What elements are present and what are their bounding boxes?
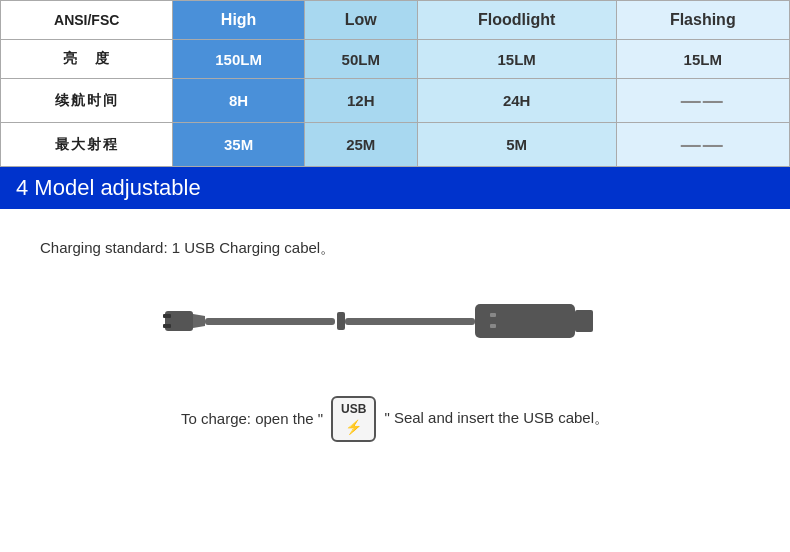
svg-rect-3 [337,312,345,330]
cell-brightness-high: 150LM [173,40,304,79]
cell-battery-flash: —— [616,79,789,123]
row-label-brightness: 亮 度 [1,40,173,79]
table-row: 续航时间 8H 12H 24H —— [1,79,790,123]
row-label-battery: 续航时间 [1,79,173,123]
cell-brightness-flash: 15LM [616,40,789,79]
col-header-low: Low [304,1,417,40]
usb-cable-illustration [40,276,750,366]
charging-text: Charging standard: 1 USB Charging cabel。 [40,239,750,258]
cell-range-flood: 5M [417,123,616,167]
svg-rect-4 [345,318,475,325]
col-header-ansi: ANSI/FSC [1,1,173,40]
svg-rect-2 [205,318,335,325]
specs-table: ANSI/FSC High Low Floodlight Flashing 亮 … [0,0,790,167]
svg-rect-5 [475,304,575,338]
table-row: 最大射程 35M 25M 5M —— [1,123,790,167]
col-header-high: High [173,1,304,40]
specs-table-container: ANSI/FSC High Low Floodlight Flashing 亮 … [0,0,790,167]
bottom-instructions: To charge: open the " USB ⚡ " Seal and i… [40,396,750,452]
usb-badge: USB ⚡ [331,396,376,442]
svg-marker-1 [193,314,205,328]
usb-cable-svg [145,276,645,366]
bottom-text-prefix: To charge: open the " [181,410,323,427]
col-header-flash: Flashing [616,1,789,40]
cell-battery-flood: 24H [417,79,616,123]
col-header-flood: Floodlight [417,1,616,40]
cell-brightness-flood: 15LM [417,40,616,79]
svg-rect-9 [163,314,171,318]
table-row: 亮 度 150LM 50LM 15LM 15LM [1,40,790,79]
cell-range-high: 35M [173,123,304,167]
cell-range-low: 25M [304,123,417,167]
cell-brightness-low: 50LM [304,40,417,79]
content-section: Charging standard: 1 USB Charging cabel。 [0,209,790,462]
cell-range-flash: —— [616,123,789,167]
row-label-range: 最大射程 [1,123,173,167]
svg-rect-10 [163,324,171,328]
model-banner-text: 4 Model adjustable [16,175,201,200]
usb-symbol-icon: ⚡ [345,418,362,436]
svg-rect-6 [575,310,593,332]
bottom-text-suffix: " Seal and insert the USB cabel。 [384,409,609,428]
cell-battery-high: 8H [173,79,304,123]
svg-rect-7 [490,313,496,317]
svg-rect-8 [490,324,496,328]
model-banner: 4 Model adjustable [0,167,790,209]
usb-badge-label: USB [341,402,366,418]
cell-battery-low: 12H [304,79,417,123]
